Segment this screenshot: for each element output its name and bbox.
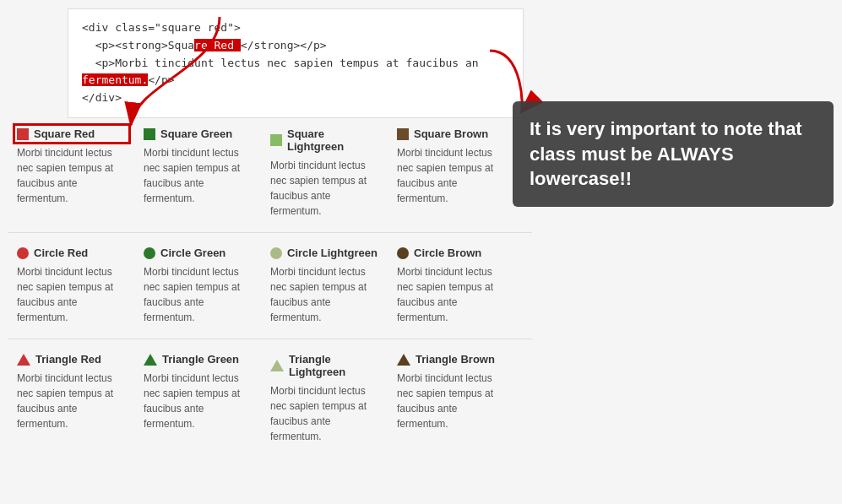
square-green-header: Square Green [144,127,253,140]
triangle-red-header: Triangle Red [17,353,127,366]
square-green-body: Morbi tincidunt lectus nec sapien tempus… [144,145,253,206]
square-green-label: Square Green [160,127,232,140]
square-brown-body: Morbi tincidunt lectus nec sapien tempus… [397,145,507,206]
grid-item-triangle-brown: Triangle Brown Morbi tincidunt lectus ne… [388,348,515,449]
grid-item-square-green: Square Green Morbi tincidunt lectus nec … [135,122,262,224]
triangles-row: Triangle Red Morbi tincidunt lectus nec … [8,348,532,449]
square-red-icon [17,128,29,140]
square-green-icon [144,128,155,140]
circle-green-label: Circle Green [160,247,225,259]
square-lightgreen-label: Square Lightgreen [287,127,380,153]
triangle-brown-body: Morbi tincidunt lectus nec sapien tempus… [397,371,507,431]
grid-item-triangle-lightgreen: Triangle Lightgreen Morbi tincidunt lect… [262,348,388,449]
square-lightgreen-body: Morbi tincidunt lectus nec sapien tempus… [270,158,380,219]
square-red-body: Morbi tincidunt lectus nec sapien tempus… [17,145,127,206]
code-block: <div class="square red"> <p><strong>Squa… [68,8,524,118]
code-line-1: <div class="square red"> [82,21,241,34]
triangle-lightgreen-icon [270,360,284,371]
grid-item-circle-red: Circle Red Morbi tincidunt lectus nec sa… [8,241,135,330]
circle-lightgreen-icon [270,247,282,259]
grid-item-square-lightgreen: Square Lightgreen Morbi tincidunt lectus… [262,122,388,224]
triangle-green-body: Morbi tincidunt lectus nec sapien tempus… [144,371,253,431]
grid-item-circle-brown: Circle Brown Morbi tincidunt lectus nec … [388,241,515,330]
triangle-lightgreen-body: Morbi tincidunt lectus nec sapien tempus… [270,383,380,444]
triangle-lightgreen-label: Triangle Lightgreen [289,353,380,378]
tooltip-box: It is very important to note that class … [513,101,834,207]
circle-red-label: Circle Red [34,247,88,259]
grid-item-square-brown: Square Brown Morbi tincidunt lectus nec … [388,122,515,224]
circle-brown-header: Circle Brown [397,247,507,259]
triangle-green-icon [144,354,157,366]
circle-lightgreen-label: Circle Lightgreen [287,247,378,259]
circles-row: Circle Red Morbi tincidunt lectus nec sa… [8,241,532,330]
circle-brown-label: Circle Brown [414,247,481,259]
circle-green-header: Circle Green [144,247,253,259]
grid-item-square-red: Square Red Morbi tincidunt lectus nec sa… [8,122,135,224]
code-line-2: <p><strong>Square Red </strong></p> [82,39,327,51]
circle-red-header: Circle Red [17,247,127,259]
circle-green-body: Morbi tincidunt lectus nec sapien tempus… [144,264,253,325]
code-line-4: </div> [82,91,122,104]
grid-item-triangle-red: Triangle Red Morbi tincidunt lectus nec … [8,348,135,449]
square-lightgreen-icon [270,134,282,146]
square-lightgreen-header: Square Lightgreen [270,127,380,153]
square-brown-header: Square Brown [397,127,507,140]
triangle-red-icon [17,354,30,366]
tooltip-text: It is very important to note that class … [530,118,802,189]
square-red-header: Square Red [17,127,127,140]
grid-item-circle-lightgreen: Circle Lightgreen Morbi tincidunt lectus… [262,241,388,330]
square-brown-icon [397,128,409,140]
squares-row: Square Red Morbi tincidunt lectus nec sa… [8,122,532,224]
grid-item-triangle-green: Triangle Green Morbi tincidunt lectus ne… [135,348,262,449]
triangle-green-header: Triangle Green [144,353,253,366]
triangle-red-label: Triangle Red [35,353,101,366]
triangle-green-label: Triangle Green [162,353,239,366]
circle-red-body: Morbi tincidunt lectus nec sapien tempus… [17,264,127,325]
triangle-brown-header: Triangle Brown [397,353,507,366]
circle-brown-body: Morbi tincidunt lectus nec sapien tempus… [397,264,507,325]
square-brown-label: Square Brown [414,127,488,140]
triangle-red-body: Morbi tincidunt lectus nec sapien tempus… [17,371,127,431]
circle-red-icon [17,247,29,259]
circle-green-icon [144,247,155,259]
triangle-brown-label: Triangle Brown [416,353,495,366]
triangle-lightgreen-header: Triangle Lightgreen [270,353,380,378]
divider-2 [8,339,532,339]
circle-lightgreen-body: Morbi tincidunt lectus nec sapien tempus… [270,264,380,325]
square-red-label: Square Red [34,127,95,140]
circle-brown-icon [397,247,409,259]
code-line-3: <p>Morbi tincidunt lectus nec sapien tem… [82,57,479,87]
grid-item-circle-green: Circle Green Morbi tincidunt lectus nec … [135,241,262,330]
triangle-brown-icon [397,354,410,366]
divider-1 [8,232,532,233]
grid-section: Square Red Morbi tincidunt lectus nec sa… [8,122,532,458]
circle-lightgreen-header: Circle Lightgreen [270,247,380,259]
